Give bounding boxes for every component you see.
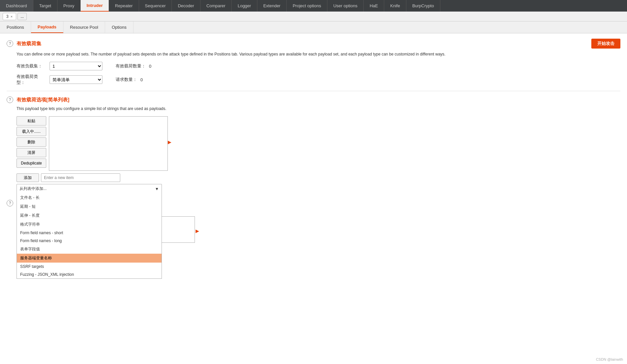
dropdown-trigger[interactable]: 从列表中添加... ▼: [17, 184, 162, 193]
request-count-label: 请求数量：: [116, 77, 137, 83]
nav-tab-repeater[interactable]: Repeater: [109, 0, 139, 12]
nav-tab-burpcrypto[interactable]: BurpCrypto: [406, 0, 440, 12]
payloads-help-icon[interactable]: ?: [7, 40, 13, 47]
payloads-title: 有效载荷集: [17, 41, 41, 47]
payload-options-help-icon[interactable]: ?: [7, 96, 13, 103]
delete-button[interactable]: 删除: [17, 137, 46, 147]
nav-tab-logger[interactable]: Logger: [232, 0, 257, 12]
main-content: ? 有效载荷集 开始攻击 You can define one or more …: [0, 33, 627, 364]
dropdown-item-5[interactable]: Form field names - long: [17, 237, 162, 245]
top-navigation: Dashboard Target Proxy Intruder Repeater…: [0, 0, 627, 12]
dropdown-item-1[interactable]: 延期 - 短: [17, 202, 162, 211]
tab-resource-pool[interactable]: Resource Pool: [63, 21, 105, 33]
nav-tab-decoder[interactable]: Decoder: [172, 0, 200, 12]
arrow-right-icon-2: ▶: [196, 228, 199, 234]
nav-tab-intruder[interactable]: Intruder: [81, 0, 109, 12]
close-icon[interactable]: ×: [11, 15, 13, 18]
dropdown-trigger-label: 从列表中添加...: [19, 186, 47, 192]
add-item-button[interactable]: 添加: [17, 173, 39, 182]
payload-options-header: ? 有效载荷选项[简单列表]: [7, 96, 620, 103]
dropdown-item-0[interactable]: 文件名 - 长: [17, 193, 162, 202]
tab-positions[interactable]: Positions: [0, 21, 31, 33]
nav-tab-hae[interactable]: HaE: [364, 0, 384, 12]
payload-type-row: 有效载荷类型： 简单清单 请求数量： 0: [17, 74, 620, 86]
payloads-description: You can define one or more payload sets.…: [17, 51, 620, 57]
nav-tab-dashboard[interactable]: Dashboard: [0, 0, 33, 12]
watermark: CSDN @lainwith: [596, 357, 623, 361]
payload-set-label: 有效负载集：: [17, 63, 46, 69]
dropdown-item-9[interactable]: Fuzzing - JSON_XML injection: [17, 271, 162, 278]
clear-button[interactable]: 清屏: [17, 148, 46, 157]
nav-tab-proxy[interactable]: Proxy: [57, 0, 81, 12]
add-from-list-dropdown: 从列表中添加... ▼ 文件名 - 长 延期 - 短 延伸 - 长度 格式字符串…: [17, 184, 162, 193]
divider-1: [7, 91, 620, 91]
instance-tab-ellipsis[interactable]: ...: [18, 13, 27, 20]
dropdown-item-4[interactable]: Form field names - short: [17, 229, 162, 237]
nav-tab-project-options[interactable]: Project options: [287, 0, 327, 12]
add-item-row: 添加: [17, 173, 620, 182]
nav-tab-extender[interactable]: Extender: [257, 0, 287, 12]
instance-tab-label: 3: [6, 14, 9, 19]
dropdown-item-3[interactable]: 格式字符串: [17, 220, 162, 229]
payload-count-label: 有效载荷数量：: [116, 63, 146, 69]
paste-button[interactable]: 粘贴: [17, 116, 46, 126]
add-item-input[interactable]: [41, 173, 120, 182]
arrow-right-icon: ▶: [168, 139, 171, 145]
tab-payloads[interactable]: Payloads: [31, 21, 63, 33]
payloads-section-header: ? 有效载荷集 开始攻击: [7, 39, 620, 49]
nav-tab-sequencer[interactable]: Sequencer: [139, 0, 172, 12]
tab-options[interactable]: Options: [105, 21, 133, 33]
dropdown-list: 文件名 - 长 延期 - 短 延伸 - 长度 格式字符串 Form field …: [17, 193, 162, 279]
request-count-value: 0: [140, 77, 143, 82]
start-attack-button[interactable]: 开始攻击: [591, 39, 620, 49]
payload-set-row: 有效负载集： 1 有效载荷数量： 0: [17, 62, 620, 70]
chevron-down-icon: ▼: [155, 187, 159, 191]
load-button[interactable]: 载入中......: [17, 127, 46, 136]
instance-tabs-bar: 3 × ...: [0, 12, 627, 21]
nav-tab-knife[interactable]: Knife: [384, 0, 406, 12]
deduplicate-button[interactable]: Deduplicate: [17, 159, 46, 168]
dropdown-item-2[interactable]: 延伸 - 长度: [17, 211, 162, 220]
payload-list-textarea[interactable]: [49, 116, 168, 171]
payload-processing-help-icon[interactable]: ?: [7, 200, 13, 206]
sub-tab-bar: Positions Payloads Resource Pool Options: [0, 21, 627, 33]
nav-tab-user-options[interactable]: User options: [327, 0, 364, 12]
payload-set-select[interactable]: 1: [50, 62, 102, 70]
dropdown-item-6[interactable]: 表单字段值: [17, 245, 162, 254]
nav-tab-target[interactable]: Target: [33, 0, 57, 12]
dropdown-item-7[interactable]: 服务器端变量名称: [17, 254, 162, 263]
payload-options-desc: This payload type lets you configure a s…: [17, 106, 620, 112]
payload-type-select[interactable]: 简单清单: [50, 75, 102, 84]
payload-action-buttons: 粘贴 载入中...... 删除 清屏 Deduplicate: [17, 116, 46, 168]
payload-count-value: 0: [149, 64, 151, 69]
payload-options-title: 有效载荷选项[简单列表]: [17, 97, 69, 103]
nav-tab-comparer[interactable]: Comparer: [201, 0, 232, 12]
payload-type-label: 有效载荷类型：: [17, 74, 46, 86]
instance-tab-3[interactable]: 3 ×: [3, 13, 16, 20]
dropdown-item-8[interactable]: SSRF targets: [17, 263, 162, 271]
payload-options-area: 粘贴 载入中...... 删除 清屏 Deduplicate ▶: [17, 116, 620, 171]
